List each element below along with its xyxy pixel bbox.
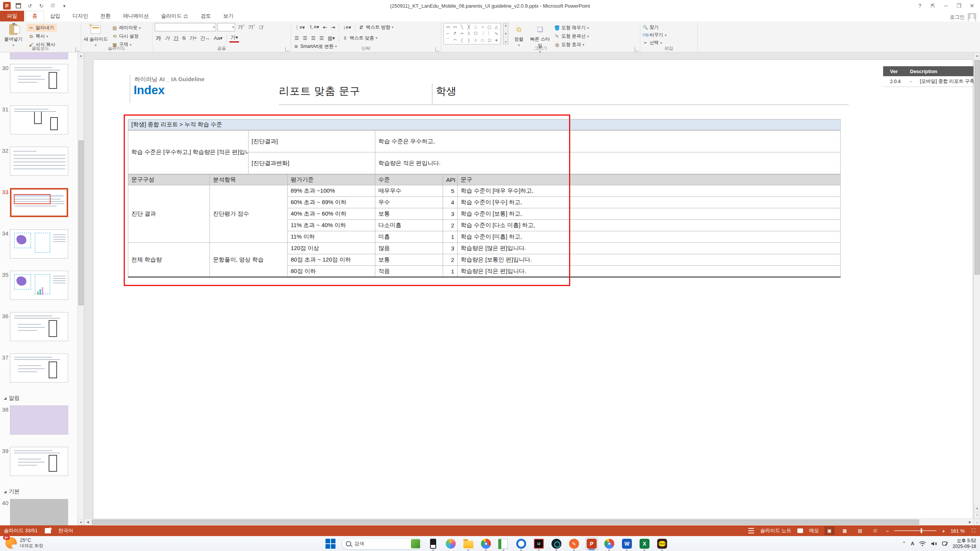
align-center-button[interactable]: ☰: [302, 35, 309, 41]
grow-font-button[interactable]: 가ˆ: [237, 23, 245, 31]
phrase-text-cell[interactable]: 학습량은 [적은 편]입니다.: [458, 266, 841, 277]
new-slide-button[interactable]: 새 슬라이드▾: [83, 23, 108, 47]
bullets-button[interactable]: ⋮≡▾: [293, 24, 306, 31]
fit-to-window-icon[interactable]: ⛶: [970, 527, 977, 534]
criteria-cell[interactable]: 60% 초과 ~ 89% 이하: [288, 197, 375, 208]
level-cell[interactable]: 많음: [375, 243, 443, 254]
text-shadow-button[interactable]: 가ᵃ: [188, 34, 198, 42]
shape-gallery[interactable]: ▭▭╲╳□○▢△ ⌐↱⇨⇩⬠〔〕∿ ⌒◠{}☆⬭⬡✦: [443, 23, 501, 44]
summary-cell[interactable]: 학습 수준은 [우수하고,] 학습량은 [적은 편]입니다.: [128, 131, 249, 174]
find-button[interactable]: 🔍찾기: [643, 24, 667, 31]
italic-button[interactable]: 가: [164, 34, 171, 42]
paragraph-dialog-launcher[interactable]: [435, 47, 440, 51]
increase-indent-button[interactable]: ⇥: [330, 24, 336, 31]
phrase-text-cell[interactable]: 학습량은 [보통인 편]입니다.: [458, 254, 841, 266]
criteria-cell[interactable]: 80점 이하: [288, 266, 375, 277]
clear-formatting-button[interactable]: 가̸: [258, 24, 264, 31]
account-avatar[interactable]: [968, 13, 976, 21]
thumbnail-scrollbar-thumb[interactable]: [79, 141, 83, 305]
analysis-item-cell[interactable]: 진단평가 점수: [210, 185, 288, 243]
underline-button[interactable]: 가: [172, 34, 180, 42]
taskbar-icon-powerpoint[interactable]: P: [585, 537, 598, 550]
ribbon-tab-3[interactable]: 디자인: [67, 11, 95, 21]
taskbar-icon-phone[interactable]: [427, 537, 440, 550]
collapse-triangle-icon[interactable]: ◢: [4, 396, 7, 400]
close-icon[interactable]: ✕: [966, 1, 978, 10]
taskbar-icon-chrome[interactable]: [479, 537, 492, 550]
ribbon-tab-8[interactable]: 보기: [217, 11, 240, 21]
level-cell[interactable]: 보통: [375, 254, 443, 266]
level-cell[interactable]: 우수: [375, 197, 443, 208]
slide-thumbnail-row[interactable]: 37: [0, 353, 76, 383]
taskbar-icon-notepad[interactable]: [497, 537, 510, 550]
scroll-right-icon[interactable]: ▶: [967, 519, 973, 525]
scroll-up-icon[interactable]: ▲: [974, 52, 980, 59]
vertical-scrollbar-thumb[interactable]: [975, 60, 980, 275]
criteria-cell[interactable]: 89% 초과 ~100%: [288, 185, 375, 197]
select-button[interactable]: ➢선택 ▾: [643, 39, 667, 46]
slide-thumbnail-row[interactable]: 39: [0, 447, 76, 476]
help-icon[interactable]: ?: [914, 1, 926, 10]
start-button[interactable]: [324, 537, 337, 550]
undo-icon[interactable]: ↺: [26, 2, 34, 10]
section-header[interactable]: ◢알림: [4, 395, 76, 402]
cut-button[interactable]: ✂잘라내기: [27, 24, 57, 32]
ime-indicator[interactable]: A: [911, 541, 914, 546]
volume-muted-icon[interactable]: [931, 541, 937, 546]
font-name-combo[interactable]: ▾: [155, 23, 216, 31]
table-title[interactable]: [학생] 종합 리포트 > 누적 학습 수준: [128, 119, 841, 130]
reset-button[interactable]: ⟲다시 설정: [110, 32, 142, 40]
category-cell[interactable]: 진단 결과: [128, 185, 210, 243]
shape-fill-button[interactable]: 🪣도형 채우기 ▾: [553, 24, 591, 32]
slide-canvas[interactable]: 하이러닝 AI _ IA Guideline Index 리포트 맞춤 문구 학…: [93, 59, 973, 551]
slide-thumbnail[interactable]: [10, 499, 68, 525]
api-cell[interactable]: 2: [443, 220, 458, 231]
api-cell[interactable]: 5: [443, 185, 458, 197]
tag-cell[interactable]: [진단결과변화]: [249, 152, 375, 174]
decrease-indent-button[interactable]: ⇤: [322, 24, 328, 31]
scroll-down-icon[interactable]: ▼: [78, 519, 84, 525]
taskbar-icon-excel[interactable]: X: [638, 537, 651, 550]
criteria-cell[interactable]: 80점 초과 ~ 120점 이하: [288, 254, 375, 266]
restore-icon[interactable]: ❐: [953, 1, 965, 10]
reading-view-icon[interactable]: ▤: [855, 526, 865, 535]
minimize-icon[interactable]: ─: [940, 1, 952, 10]
criteria-cell[interactable]: 120점 이상: [288, 243, 375, 254]
ribbon-tab-2[interactable]: 삽입: [44, 11, 67, 21]
level-cell[interactable]: 적음: [375, 266, 443, 277]
slide-thumbnail[interactable]: [10, 147, 68, 176]
spellcheck-icon[interactable]: [44, 527, 51, 534]
ribbon-tab-4[interactable]: 전환: [94, 11, 117, 21]
collapse-triangle-icon[interactable]: ◢: [4, 490, 7, 494]
align-left-button[interactable]: ☰: [293, 35, 300, 41]
scroll-left-icon[interactable]: ◀: [85, 519, 91, 525]
clipboard-dialog-launcher[interactable]: [75, 47, 80, 51]
hidden-icons-chevron[interactable]: ⌃: [902, 541, 906, 546]
columns-button[interactable]: ▥▾: [327, 35, 336, 41]
phrase-text-cell[interactable]: 학습 수준이 [다소 미흡] 하고,: [458, 220, 841, 231]
slide-thumbnail[interactable]: [10, 229, 68, 258]
phrase-cell[interactable]: 학습량은 적은 편입니다.: [375, 152, 841, 174]
slide-thumbnail-row[interactable]: 36: [0, 312, 76, 341]
horizontal-scrollbar[interactable]: ◀ ▶: [84, 518, 973, 525]
zoom-in-icon[interactable]: +: [942, 528, 945, 534]
column-header[interactable]: 평가기준: [288, 175, 375, 185]
vertical-scrollbar[interactable]: ▲ ▼ ⇡ ⇣: [973, 52, 980, 525]
font-color-button[interactable]: 가▾: [229, 34, 239, 43]
save-icon[interactable]: [15, 2, 22, 10]
phrase-text-cell[interactable]: 학습량은 [많은 편]입니다.: [458, 243, 841, 254]
arrange-button[interactable]: ⧉ 정렬▾: [510, 23, 527, 47]
api-cell[interactable]: 1: [443, 266, 458, 277]
normal-view-icon[interactable]: ▣: [825, 526, 834, 535]
criteria-cell[interactable]: 11% 초과 ~ 40% 이하: [288, 220, 375, 231]
wifi-icon[interactable]: [919, 541, 926, 546]
collapse-ribbon-icon[interactable]: ⇱: [927, 1, 939, 10]
ribbon-tab-6[interactable]: 슬라이드 쇼: [155, 11, 195, 21]
slide-thumbnail-row[interactable]: 32: [0, 147, 76, 176]
font-dialog-launcher[interactable]: [285, 47, 290, 51]
slide-thumbnail[interactable]: [10, 312, 68, 341]
memo-toggle[interactable]: 메모: [809, 527, 819, 534]
column-header[interactable]: API: [443, 175, 458, 185]
level-cell[interactable]: 미흡: [375, 231, 443, 243]
zoom-level[interactable]: 161 %: [951, 528, 965, 534]
